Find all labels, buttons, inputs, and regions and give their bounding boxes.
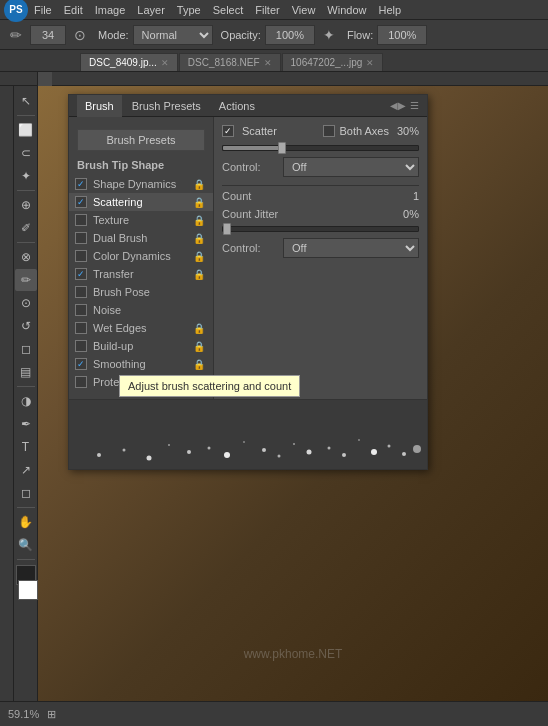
wet-edges-check[interactable] [75, 322, 87, 334]
brush-preset-icon[interactable]: ⊙ [70, 25, 90, 45]
tool-gradient[interactable]: ▤ [15, 361, 37, 383]
svg-point-14 [358, 439, 360, 441]
tab-10647202[interactable]: 10647202_...jpg ✕ [282, 53, 384, 71]
tool-type[interactable]: T [15, 436, 37, 458]
brush-item-buildup[interactable]: Build-up 🔒 [69, 337, 213, 355]
transfer-lock: 🔒 [193, 269, 205, 280]
svg-point-6 [224, 452, 230, 458]
transfer-check[interactable]: ✓ [75, 268, 87, 280]
flow-value[interactable]: 100% [377, 25, 427, 45]
menu-type[interactable]: Type [171, 0, 207, 19]
toolbar-separator-6 [17, 559, 35, 560]
shape-dynamics-check[interactable]: ✓ [75, 178, 87, 190]
protect-texture-check[interactable] [75, 376, 87, 388]
tool-eraser[interactable]: ◻ [15, 338, 37, 360]
control-label-2: Control: [222, 242, 277, 254]
brush-item-noise[interactable]: Noise [69, 301, 213, 319]
blend-mode-select[interactable]: Normal [133, 25, 213, 45]
svg-point-11 [307, 450, 312, 455]
tool-shape[interactable]: ◻ [15, 482, 37, 504]
control-row-1: Control: Off [222, 157, 419, 177]
tool-magic-wand[interactable]: ✦ [15, 165, 37, 187]
tool-healing[interactable]: ⊗ [15, 246, 37, 268]
menu-layer[interactable]: Layer [131, 0, 171, 19]
tool-dodge[interactable]: ◑ [15, 390, 37, 412]
tab-dsc8409[interactable]: DSC_8409.jp... ✕ [80, 53, 178, 71]
scatter-slider[interactable] [222, 145, 419, 151]
texture-check[interactable] [75, 214, 87, 226]
navigator-icon[interactable]: ⊞ [47, 708, 56, 721]
panel-tabs: Brush Brush Presets Actions [77, 95, 263, 117]
status-bar: 59.1% ⊞ [0, 701, 548, 726]
brush-item-scattering[interactable]: ✓ Scattering 🔒 [69, 193, 213, 211]
scatter-checkbox[interactable]: ✓ [222, 125, 234, 137]
texture-lock: 🔒 [193, 215, 205, 226]
airbrush-icon[interactable]: ✦ [319, 25, 339, 45]
brush-item-brush-pose[interactable]: Brush Pose [69, 283, 213, 301]
menu-image[interactable]: Image [89, 0, 132, 19]
control-select-2[interactable]: Off [283, 238, 419, 258]
menu-edit[interactable]: Edit [58, 0, 89, 19]
tab-brush[interactable]: Brush [77, 95, 122, 117]
menu-help[interactable]: Help [372, 0, 407, 19]
tab-bar: DSC_8409.jp... ✕ DSC_8168.NEF ✕ 10647202… [0, 50, 548, 72]
scattering-check[interactable]: ✓ [75, 196, 87, 208]
dual-brush-lock: 🔒 [193, 233, 205, 244]
tool-path-select[interactable]: ↗ [15, 459, 37, 481]
brush-presets-button[interactable]: Brush Presets [77, 129, 205, 151]
menu-filter[interactable]: Filter [249, 0, 285, 19]
panel-menu[interactable]: ☰ [410, 100, 419, 111]
tool-pen[interactable]: ✒ [15, 413, 37, 435]
tool-arrow[interactable]: ↖ [15, 90, 37, 112]
tab-close-3[interactable]: ✕ [366, 58, 374, 68]
panel-collapse[interactable]: ◀▶ [390, 100, 406, 111]
brush-item-texture[interactable]: Texture 🔒 [69, 211, 213, 229]
tool-crop[interactable]: ⊕ [15, 194, 37, 216]
both-axes-label: Both Axes [339, 125, 389, 137]
noise-check[interactable] [75, 304, 87, 316]
panel-header: Brush Brush Presets Actions ◀▶ ☰ [69, 95, 427, 117]
svg-point-12 [328, 447, 331, 450]
menu-view[interactable]: View [286, 0, 322, 19]
tool-hand[interactable]: ✋ [15, 511, 37, 533]
brush-preview-canvas [69, 400, 427, 469]
tool-history[interactable]: ↺ [15, 315, 37, 337]
menu-select[interactable]: Select [207, 0, 250, 19]
menu-file[interactable]: File [28, 0, 58, 19]
color-dynamics-check[interactable] [75, 250, 87, 262]
brush-item-wet-edges[interactable]: Wet Edges 🔒 [69, 319, 213, 337]
brush-size-input[interactable]: 34 [30, 25, 66, 45]
control-label-1: Control: [222, 161, 277, 173]
brush-item-color-dynamics[interactable]: Color Dynamics 🔒 [69, 247, 213, 265]
buildup-lock: 🔒 [193, 341, 205, 352]
background-color[interactable] [18, 580, 38, 600]
panel-controls: ◀▶ ☰ [390, 100, 419, 111]
brush-item-smoothing[interactable]: ✓ Smoothing 🔒 [69, 355, 213, 373]
tool-lasso[interactable]: ⊂ [15, 142, 37, 164]
count-label: Count [222, 190, 413, 202]
control-select-1[interactable]: Off [283, 157, 419, 177]
tool-clone[interactable]: ⊙ [15, 292, 37, 314]
brush-pose-check[interactable] [75, 286, 87, 298]
watermark: www.pkhome.NET [244, 647, 343, 661]
tool-brush[interactable]: ✏ [15, 269, 37, 291]
buildup-check[interactable] [75, 340, 87, 352]
brush-item-dual-brush[interactable]: Dual Brush 🔒 [69, 229, 213, 247]
both-axes-checkbox[interactable] [323, 125, 335, 137]
tab-close-1[interactable]: ✕ [161, 58, 169, 68]
tool-eyedropper[interactable]: ✐ [15, 217, 37, 239]
tab-dsc8168[interactable]: DSC_8168.NEF ✕ [179, 53, 281, 71]
tab-actions[interactable]: Actions [211, 95, 263, 117]
brush-item-shape-dynamics[interactable]: ✓ Shape Dynamics 🔒 [69, 175, 213, 193]
opacity-value[interactable]: 100% [265, 25, 315, 45]
tool-zoom[interactable]: 🔍 [15, 534, 37, 556]
tab-brush-presets[interactable]: Brush Presets [124, 95, 209, 117]
smoothing-check[interactable]: ✓ [75, 358, 87, 370]
tab-close-2[interactable]: ✕ [264, 58, 272, 68]
svg-point-2 [147, 456, 152, 461]
brush-item-transfer[interactable]: ✓ Transfer 🔒 [69, 265, 213, 283]
tool-marquee[interactable]: ⬜ [15, 119, 37, 141]
dual-brush-check[interactable] [75, 232, 87, 244]
count-jitter-slider[interactable] [222, 226, 419, 232]
menu-window[interactable]: Window [321, 0, 372, 19]
